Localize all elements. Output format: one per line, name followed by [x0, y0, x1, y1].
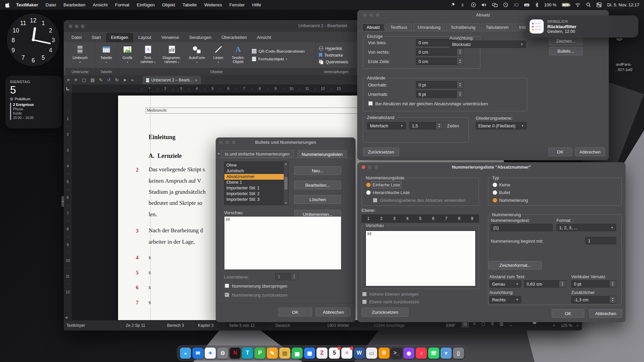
- nummerierung-radio[interactable]: [493, 198, 497, 202]
- formularobjekt-button[interactable]: Formularobjekt ▾: [252, 57, 305, 61]
- absatzvorlage-label[interactable]: Bei Absätzen mit der gleichen Absatzvorl…: [375, 101, 488, 106]
- white-card-app[interactable]: ▭: [366, 348, 377, 359]
- bearbeiten-button[interactable]: Bearbeiten...: [294, 181, 341, 189]
- desktop-file-label[interactable]: andParis-: [616, 62, 632, 66]
- podcasts[interactable]: ◉: [404, 348, 415, 359]
- whatsapp[interactable]: ☏: [428, 348, 439, 359]
- trash[interactable]: ▯: [453, 348, 464, 359]
- toolbar-icon[interactable]: ▤: [91, 77, 95, 82]
- ebene-segment[interactable]: 2: [375, 215, 388, 222]
- menu-item[interactable]: Weiteres: [204, 2, 222, 7]
- analog-clock-widget[interactable]: 12 1 2 3 4 5 6 7 9 8 10 11: [5, 12, 61, 68]
- ruler-corner[interactable]: [64, 84, 71, 93]
- doc-line[interactable]: s: [149, 299, 151, 306]
- zotero[interactable]: Z: [317, 348, 328, 359]
- status-chapter[interactable]: Kapitel 3: [198, 320, 214, 331]
- pin-icon[interactable]: [450, 2, 455, 7]
- calendar-widget[interactable]: DIENSTAG 5 Praktikum 2 Ereignisse Physio…: [5, 76, 62, 128]
- doc-line[interactable]: Das vorliegende Skript s: [149, 166, 205, 173]
- list-item[interactable]: Juristisch: [224, 168, 284, 174]
- zeichen-button[interactable]: Zeichen...: [549, 37, 583, 45]
- bullets-button[interactable]: Bullets...: [549, 47, 583, 55]
- zeilenabstand-spinner[interactable]: 1,5▲▼: [409, 122, 443, 129]
- hierarchische-liste-label[interactable]: Hierarchische Liste: [373, 190, 410, 195]
- menu-item[interactable]: Ansicht: [93, 2, 108, 7]
- menu-item[interactable]: Format: [115, 2, 129, 7]
- erste-zeile-spinner[interactable]: 0 cm▲▼: [416, 58, 464, 65]
- tab-stop-marker[interactable]: [148, 89, 151, 92]
- close-tab-icon[interactable]: ×: [195, 78, 198, 83]
- abstand-spinner[interactable]: 0,63 cm▲▼: [524, 280, 566, 288]
- grafik-button[interactable]: Grafik ▾: [118, 42, 137, 68]
- list-item[interactable]: Ebene 1: [224, 180, 284, 185]
- ebene-segment[interactable]: 3: [388, 215, 401, 222]
- scroll-thumb[interactable]: [284, 177, 287, 190]
- menu-item[interactable]: Tabelle: [182, 2, 197, 7]
- menu-item[interactable]: Objekt: [162, 2, 175, 7]
- safari[interactable]: ✦: [205, 348, 216, 359]
- textrahmen-button[interactable]: A Text- rahmen▾: [137, 42, 159, 68]
- einfache-liste-label[interactable]: Einfache Liste: [373, 182, 400, 187]
- abbrechen-button[interactable]: Abbrechen: [575, 147, 605, 156]
- numbers-app[interactable]: ▅: [292, 348, 303, 359]
- blue-grid-app[interactable]: ▦: [304, 348, 315, 359]
- status-section[interactable]: Bereich 3: [167, 320, 184, 331]
- von-rechts-spinner[interactable]: 0 cm▲▼: [416, 48, 464, 56]
- menu-item[interactable]: Fenster: [229, 2, 245, 7]
- ribbon-tab[interactable]: Verweise: [156, 33, 184, 42]
- ueberspringen-label[interactable]: Nummerierung überspringen: [232, 284, 287, 289]
- orange-notes-app[interactable]: ▤: [279, 348, 290, 359]
- doc-line[interactable]: s: [149, 254, 151, 261]
- toolbar-icon[interactable]: ≡: [67, 77, 70, 82]
- list-item[interactable]: Importierter Stil: 2: [224, 191, 284, 197]
- ok-button[interactable]: OK: [552, 309, 584, 318]
- doc-line[interactable]: keinen Anspruch auf V: [149, 178, 201, 184]
- hyperlink-button[interactable]: Hyperlink: [319, 46, 348, 51]
- nummerierung-label[interactable]: Nummerierung: [499, 198, 528, 203]
- reminders[interactable]: ≡: [341, 348, 353, 359]
- diagrammrahmen-button[interactable]: Diagramm- rahmen▾: [159, 42, 185, 68]
- abbrechen-button[interactable]: Abbrechen: [589, 309, 622, 318]
- control-center-icon[interactable]: [596, 2, 602, 7]
- music[interactable]: ♪: [416, 348, 427, 359]
- dialog-tab[interactable]: Absatz: [362, 23, 384, 31]
- status-paragraph-style[interactable]: Textkörper: [66, 320, 85, 331]
- menu-item[interactable]: Hilfe: [252, 2, 261, 7]
- pencil-app[interactable]: ✎: [267, 348, 278, 359]
- keyboard-icon[interactable]: [524, 2, 530, 7]
- toolbar-icon[interactable]: ↻: [115, 77, 119, 82]
- netflix[interactable]: N: [230, 348, 241, 359]
- ausrichtung-dropdown[interactable]: Rechts▼: [489, 296, 521, 303]
- dialog-tab[interactable]: Umrandung: [413, 23, 445, 31]
- toolbar-icon[interactable]: ✛: [74, 77, 78, 82]
- abbrechen-button[interactable]: Abbrechen: [316, 308, 351, 316]
- wifi-icon[interactable]: [575, 3, 581, 7]
- ribbon-tab[interactable]: Sendungen: [184, 33, 217, 42]
- doc-heading[interactable]: A. Lernziele: [149, 153, 181, 160]
- scroll-up-icon[interactable]: ▲: [285, 163, 287, 165]
- calendar[interactable]: 5: [329, 348, 340, 359]
- ribbon-tab[interactable]: Layout: [133, 33, 156, 42]
- doc-line[interactable]: arbeiter in der Lage,: [149, 239, 195, 245]
- scroll-down-icon[interactable]: ▼: [285, 202, 287, 204]
- listbox-scrollbar[interactable]: ▲▼: [284, 162, 288, 205]
- dialog-tab[interactable]: Schattierung: [446, 23, 480, 31]
- doc-line[interactable]: Nach der Bearbeitung d: [149, 227, 203, 234]
- toolbar-icon[interactable]: ➤: [123, 77, 127, 82]
- einfache-liste-radio[interactable]: [366, 183, 371, 187]
- ebene-segment[interactable]: 6: [427, 215, 440, 222]
- abstand-mode-dropdown[interactable]: Genau▼: [489, 280, 521, 288]
- ribbon-tab[interactable]: Einfügen: [106, 33, 133, 42]
- linien-button[interactable]: Linien ▾: [209, 42, 228, 68]
- menu-app-name[interactable]: TextMaker: [16, 2, 38, 7]
- ebene-segment[interactable]: 8: [453, 215, 466, 222]
- bluetooth-icon[interactable]: [535, 2, 539, 7]
- doc-line[interactable]: s: [149, 269, 151, 276]
- toolbar-icon[interactable]: ▢: [82, 77, 86, 82]
- zeichenformat-button[interactable]: Zeichenformat...: [489, 261, 542, 269]
- bullet-label[interactable]: Bullet: [499, 190, 510, 195]
- neu-button[interactable]: Neu...: [294, 166, 341, 175]
- zuruecksetzen-checkbox[interactable]: [225, 293, 229, 297]
- teal-t-app[interactable]: T: [242, 348, 253, 359]
- versatz-spinner[interactable]: 0 pt▲▼: [571, 280, 616, 288]
